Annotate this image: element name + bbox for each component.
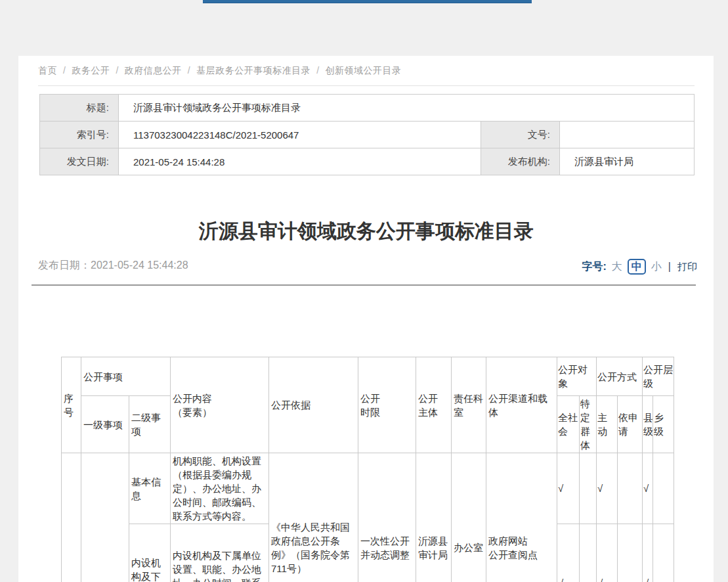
header-audience-all: 全社会 [557,396,580,453]
cell-check-all: √ [557,453,580,524]
article-header-divider [32,284,696,286]
font-size-large-button[interactable]: 大 [612,260,622,274]
header-content: 公开内容 （要素） [171,357,269,453]
meta-agency-value: 沂源县审计局 [560,148,695,175]
top-nav-bottom-strip [203,0,532,3]
print-button[interactable]: 打印 [677,261,697,273]
tools-divider: | [668,261,671,273]
publish-date-value: 2021-05-24 15:44:28 [91,259,188,271]
header-level: 公开层级 [643,357,674,396]
meta-date-label: 发文日期: [40,148,119,175]
meta-row-title: 标题: 沂源县审计领域政务公开事项标准目录 [40,95,695,122]
header-level-town: 乡级 [653,396,674,453]
header-audience: 公开对象 [557,357,597,396]
breadcrumb: 首页/政务公开/政府信息公开/基层政务公开事项标准目录/创新领域公开目录 [38,65,695,77]
breadcrumb-gov-info[interactable]: 政府信息公开 [125,65,182,76]
header-method: 公开方式 [597,357,643,396]
breadcrumb-divider [38,85,695,86]
breadcrumb-separator: / [116,65,118,76]
header-audience-specific: 特定群体 [580,396,597,453]
header-basis: 公开依据 [269,357,358,453]
cell-dept: 办公室 [452,453,486,582]
cell-check-active: √ [597,524,618,582]
header-seq: 序号 [62,357,81,453]
meta-row-date: 发文日期: 2021-05-24 15:44:28 发布机构: 沂源县审计局 [40,148,695,175]
cell-check-specific [580,524,597,582]
header-method-request: 依申请 [618,396,643,453]
cell-basis: 《中华人民共和国政府信息公开条例》（国务院令第711号） [269,453,358,582]
font-size-label: 字号: [582,260,607,274]
cell-check-town [653,524,674,582]
header-level-county: 县级 [643,396,653,453]
cell-seq [62,453,81,582]
header-channel: 公开渠道和载体 [486,357,557,453]
breadcrumb-home[interactable]: 首页 [38,65,57,76]
cell-check-request [618,453,643,524]
cell-check-town [653,453,674,524]
font-size-small-button[interactable]: 小 [651,260,662,274]
meta-index-label: 索引号: [40,122,119,148]
meta-row-index: 索引号: 11370323004223148C/2021-5200647 文号: [40,122,695,148]
meta-title-label: 标题: [40,95,119,122]
table-row: 基本信息 机构职能、机构设置（根据县委编办规定）、办公地址、办公时间、邮政编码、… [62,453,674,524]
breadcrumb-separator: / [188,65,190,76]
header-item-l1: 一级事项 [81,396,129,453]
publish-row: 发布日期：2021-05-24 15:44:28 字号: 大 中 小 | 打印 [38,259,697,276]
header-time-limit: 公开 时限 [358,357,416,453]
cell-content: 机构职能、机构设置（根据县委编办规定）、办公地址、办公时间、邮政编码、联系方式等… [171,453,269,524]
cell-check-active: √ [597,453,618,524]
font-size-medium-button[interactable]: 中 [628,259,646,275]
breadcrumb-separator: / [316,65,319,76]
content-card: 首页/政务公开/政府信息公开/基层政务公开事项标准目录/创新领域公开目录 标题:… [18,56,714,582]
header-subject: 公开 主体 [416,357,452,453]
breadcrumb-zhengwugongkai[interactable]: 政务公开 [72,65,110,76]
header-dept: 责任科室 [452,357,486,453]
cell-content: 内设机构及下属单位设置、职能、办公地址、办公时间、联系方式、负责人姓名等。 [171,524,269,582]
meta-docnum-value [560,122,695,148]
meta-index-value: 11370323004223148C/2021-5200647 [119,122,481,148]
font-size-tools: 字号: 大 中 小 | 打印 [582,259,697,275]
document-meta-table: 标题: 沂源县审计领域政务公开事项标准目录 索引号: 1137032300422… [39,94,695,175]
catalog-header-row-1: 序号 公开事项 公开内容 （要素） 公开依据 公开 时限 公开 主体 责任科室 … [62,357,674,396]
publish-date-label: 发布日期： [38,259,91,271]
cell-check-request [618,524,643,582]
cell-check-county: √ [643,453,653,524]
cell-subject: 沂源县审计局 [416,453,452,582]
meta-docnum-label: 文号: [481,122,560,148]
cell-time-limit: 一次性公开并动态调整 [358,453,416,582]
disclosure-catalog-table: 序号 公开事项 公开内容 （要素） 公开依据 公开 时限 公开 主体 责任科室 … [61,357,674,582]
breadcrumb-current[interactable]: 创新领域公开目录 [326,65,402,76]
cell-check-county: √ [643,524,653,582]
meta-title-value: 沂源县审计领域政务公开事项标准目录 [119,95,695,122]
header-item: 公开事项 [81,357,171,396]
breadcrumb-separator: / [63,65,66,76]
cell-channel: 政府网站 公开查阅点 [486,453,557,582]
header-item-l2: 二级事项 [129,396,171,453]
meta-date-value: 2021-05-24 15:44:28 [119,148,481,175]
meta-agency-label: 发布机构: [481,148,560,175]
header-method-active: 主动 [597,396,618,453]
cell-check-all: √ [557,524,580,582]
cell-item-l2: 内设机构及下属事业单位 [129,524,171,582]
breadcrumb-standard-catalog[interactable]: 基层政务公开事项标准目录 [196,65,310,76]
cell-item-l1 [81,453,129,582]
page-title: 沂源县审计领域政务公开事项标准目录 [38,218,695,247]
cell-check-specific [580,453,597,524]
cell-item-l2: 基本信息 [129,453,171,524]
